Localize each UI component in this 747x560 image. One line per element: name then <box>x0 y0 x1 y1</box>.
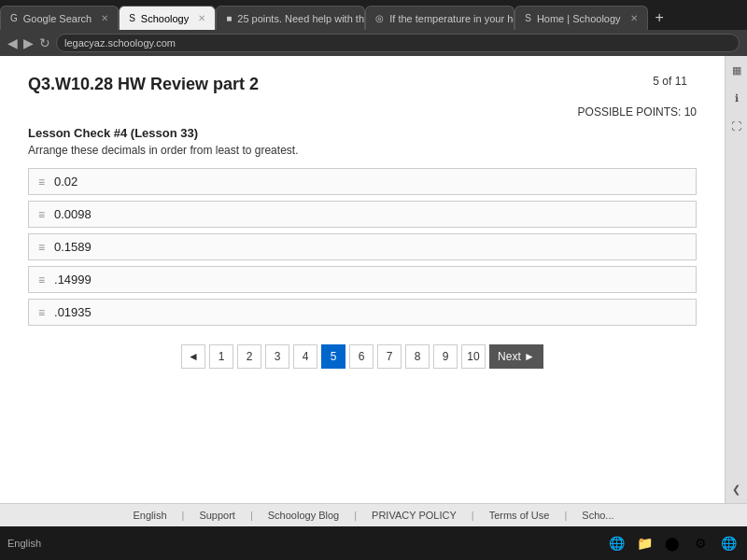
taskbar-icon-3[interactable]: ⬤ <box>661 532 684 554</box>
answer-row-1[interactable]: ≡ 0.02 <box>28 168 697 195</box>
page-2-button[interactable]: 2 <box>237 344 261 369</box>
tab-25points[interactable]: ■ 25 points. Need help with this... ✕ <box>216 6 365 30</box>
answer-value-3: 0.1589 <box>54 240 92 254</box>
forward-button[interactable]: ▶ <box>23 35 34 50</box>
page-10-button[interactable]: 10 <box>461 344 486 369</box>
answer-value-1: 0.02 <box>54 175 78 189</box>
page-5-button[interactable]: 5 <box>321 344 345 369</box>
lesson-check-label: Lesson Check #4 (Lesson 33) <box>28 126 697 140</box>
footer-sep-3: | <box>354 510 357 521</box>
footer-sep-2: | <box>250 510 253 521</box>
collapse-tool-icon[interactable]: ❮ <box>728 481 745 497</box>
footer-sep-5: | <box>564 510 567 521</box>
question-text: Arrange these decimals in order from lea… <box>28 144 697 157</box>
page-area: Q3.W10.28 HW Review part 2 5 of 11 POSSI… <box>0 56 725 503</box>
answer-value-5: .01935 <box>54 305 92 319</box>
taskbar-icon-5[interactable]: 🌐 <box>717 532 740 554</box>
tab-schoology[interactable]: S Schoology ✕ <box>119 6 216 30</box>
tab-label-temp: If the temperature in your hou... <box>389 13 514 24</box>
new-tab-button[interactable]: + <box>648 6 671 30</box>
footer: English | Support | Schoology Blog | PRI… <box>0 503 747 526</box>
pagination: ◄ 1 2 3 4 5 6 7 8 9 10 Next ► <box>28 344 697 378</box>
tab-favicon-home: S <box>525 13 531 23</box>
browser-chrome: G Google Search ✕ S Schoology ✕ ■ 25 poi… <box>0 0 747 56</box>
page-1-button[interactable]: 1 <box>209 344 233 369</box>
footer-scho-link[interactable]: Scho... <box>582 510 613 521</box>
info-tool-icon[interactable]: ℹ <box>728 90 745 106</box>
page-3-button[interactable]: 3 <box>265 344 289 369</box>
page-title: Q3.W10.28 HW Review part 2 <box>28 75 697 94</box>
page-counter: 5 of 11 <box>653 75 687 88</box>
taskbar-icon-2[interactable]: 📁 <box>633 532 655 554</box>
answer-row-2[interactable]: ≡ 0.0098 <box>28 201 697 228</box>
page-7-button[interactable]: 7 <box>377 344 402 369</box>
page-9-button[interactable]: 9 <box>433 344 458 369</box>
page-8-button[interactable]: 8 <box>405 344 430 369</box>
answer-row-5[interactable]: ≡ .01935 <box>28 299 697 326</box>
taskbar-language: English <box>7 538 41 549</box>
footer-language: English <box>133 510 166 521</box>
tab-favicon-temp: ◎ <box>375 13 384 23</box>
footer-support-link[interactable]: Support <box>199 510 235 521</box>
tab-label: Google Search <box>23 13 92 24</box>
footer-blog-link[interactable]: Schoology Blog <box>268 510 339 521</box>
tab-favicon: G <box>10 13 18 23</box>
back-button[interactable]: ◀ <box>7 35 18 50</box>
tab-favicon-s: S <box>129 13 135 23</box>
address-bar: ◀ ▶ ↻ <box>0 30 747 56</box>
tab-bar: G Google Search ✕ S Schoology ✕ ■ 25 poi… <box>0 0 747 30</box>
drag-handle-5: ≡ <box>38 306 45 319</box>
sidebar-tools: ▦ ℹ ⛶ ❮ <box>725 56 747 503</box>
tab-google-search[interactable]: G Google Search ✕ <box>0 6 119 30</box>
drag-handle-4: ≡ <box>38 273 45 287</box>
prev-page-button[interactable]: ◄ <box>181 344 205 369</box>
footer-privacy-link[interactable]: PRIVACY POLICY <box>372 510 457 521</box>
page-6-button[interactable]: 6 <box>349 344 374 369</box>
tab-close[interactable]: ✕ <box>101 13 108 23</box>
tab-temperature[interactable]: ◎ If the temperature in your hou... ✕ <box>365 6 514 30</box>
drag-handle-3: ≡ <box>38 241 45 254</box>
drag-handle-1: ≡ <box>38 175 45 189</box>
tab-close-active[interactable]: ✕ <box>198 13 205 23</box>
tab-home-schoology[interactable]: S Home | Schoology ✕ <box>514 6 647 30</box>
answer-value-2: 0.0098 <box>54 207 92 221</box>
tab-favicon-25: ■ <box>226 13 232 23</box>
main-content: Q3.W10.28 HW Review part 2 5 of 11 POSSI… <box>0 56 747 503</box>
taskbar-icon-4[interactable]: ⚙ <box>689 532 712 554</box>
taskbar-icon-1[interactable]: 🌐 <box>605 532 627 554</box>
fullscreen-tool-icon[interactable]: ⛶ <box>728 118 745 134</box>
next-page-button[interactable]: Next ► <box>489 344 543 369</box>
answer-value-4: .14999 <box>54 273 92 287</box>
footer-terms-link[interactable]: Terms of Use <box>489 510 550 521</box>
taskbar: English 🌐 📁 ⬤ ⚙ 🌐 <box>0 526 747 560</box>
drag-handle-2: ≡ <box>38 208 45 221</box>
tab-label-home: Home | Schoology <box>537 13 621 24</box>
tab-label-active: Schoology <box>141 13 189 24</box>
page-4-button[interactable]: 4 <box>293 344 317 369</box>
address-input[interactable] <box>56 34 740 52</box>
reload-button[interactable]: ↻ <box>39 35 50 50</box>
tab-label-25: 25 points. Need help with this... <box>237 13 365 24</box>
possible-points: POSSIBLE POINTS: 10 <box>28 105 697 119</box>
footer-sep-1: | <box>182 510 185 521</box>
answer-row-3[interactable]: ≡ 0.1589 <box>28 233 697 260</box>
tab-close-home[interactable]: ✕ <box>630 13 638 23</box>
footer-sep-4: | <box>472 510 474 521</box>
answer-row-4[interactable]: ≡ .14999 <box>28 266 697 293</box>
grid-tool-icon[interactable]: ▦ <box>728 62 745 78</box>
